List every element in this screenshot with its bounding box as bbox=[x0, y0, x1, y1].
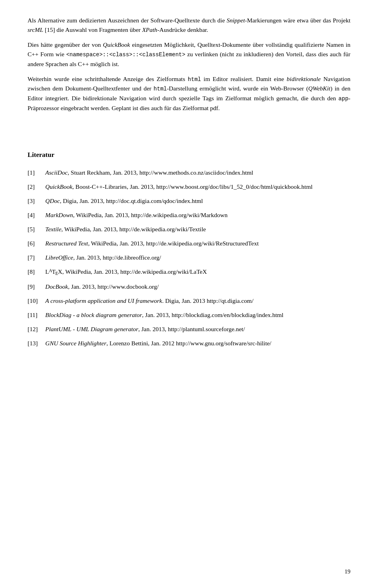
references-list: [1] AsciiDoc, Stuart Reckham, Jan. 2013,… bbox=[28, 168, 350, 348]
reference-item-3: [3] QDoc, Digia, Jan. 2013, http://doc.q… bbox=[28, 196, 350, 206]
ref-number-3: [3] bbox=[28, 196, 45, 206]
italic-srcml: srcML bbox=[28, 26, 43, 33]
italic-bidirektionale: bidirektionale bbox=[287, 76, 321, 82]
reference-item-2: [2] QuickBook, Boost-C++-Libraries, Jan.… bbox=[28, 182, 350, 192]
reference-item-13: [13] GNU Source Highlighter, Lorenzo Bet… bbox=[28, 339, 350, 348]
ref-content-7: LibreOffice, Jan. 2013, http://de.libreo… bbox=[45, 253, 350, 262]
ref-1-title: AsciiDoc bbox=[45, 169, 68, 176]
paragraph-3: Weiterhin wurde eine schritthaltende Anz… bbox=[28, 74, 350, 113]
italic-xpath: XPath bbox=[142, 26, 158, 33]
ref-content-10: A cross-platform application and UI fram… bbox=[45, 296, 350, 306]
reference-item-12: [12] PlantUML - UML Diagram generator, J… bbox=[28, 324, 350, 334]
reference-item-6: [6] Restructured Text, WikiPedia, Jan. 2… bbox=[28, 239, 350, 248]
ref-number-6: [6] bbox=[28, 239, 45, 248]
ref-content-3: QDoc, Digia, Jan. 2013, http://doc.qt.di… bbox=[45, 196, 350, 206]
ref-number-2: [2] bbox=[28, 182, 45, 192]
reference-item-1: [1] AsciiDoc, Stuart Reckham, Jan. 2013,… bbox=[28, 168, 350, 177]
ref-content-9: DocBook, Jan. 2013, http://www.docbook.o… bbox=[45, 282, 350, 291]
section-title-text: Literatur bbox=[28, 151, 54, 159]
section-literatur: Literatur bbox=[28, 150, 350, 160]
page-number: 19 bbox=[345, 567, 350, 576]
reference-item-4: [4] MarkDown, WikiPedia, Jan. 2013, http… bbox=[28, 210, 350, 220]
ref-3-title: QDoc bbox=[45, 197, 60, 204]
latex-a: A bbox=[49, 268, 52, 273]
spacer bbox=[28, 118, 350, 130]
ref-13-title: GNU Source Highlighter bbox=[45, 340, 106, 347]
ref-number-5: [5] bbox=[28, 225, 45, 234]
ref-4-title: MarkDown bbox=[45, 212, 73, 218]
ref-7-title: LibreOffice bbox=[45, 254, 73, 261]
ref-number-12: [12] bbox=[28, 324, 45, 334]
ref-12-title: PlantUML - UML Diagram generator bbox=[45, 326, 138, 332]
reference-item-8: [8] LATEX, WikiPedia, Jan. 2013, http://… bbox=[28, 267, 350, 277]
ref-content-13: GNU Source Highlighter, Lorenzo Bettini,… bbox=[45, 339, 350, 348]
ref-number-8: [8] bbox=[28, 267, 45, 276]
reference-item-9: [9] DocBook, Jan. 2013, http://www.docbo… bbox=[28, 282, 350, 291]
code-app: app bbox=[339, 96, 348, 102]
italic-quickbook: QuickBook bbox=[103, 41, 130, 48]
ref-9-title: DocBook bbox=[45, 283, 68, 290]
ref-number-13: [13] bbox=[28, 339, 45, 348]
ref-content-12: PlantUML - UML Diagram generator, Jan. 2… bbox=[45, 324, 350, 334]
code-namespace: <namespace>::<class>::<classElement> bbox=[66, 52, 185, 58]
ref-content-8: LATEX, WikiPedia, Jan. 2013, http://de.w… bbox=[45, 267, 350, 277]
italic-snippet: Snip­pet bbox=[227, 17, 245, 24]
ref-11-title: BlockDiag - a block diagram generator bbox=[45, 312, 142, 318]
ref-content-5: Textile, WikiPedia, Jan. 2013, http://de… bbox=[45, 225, 350, 234]
ref-2-title: QuickBook bbox=[45, 183, 72, 190]
ref-number-11: [11] bbox=[28, 310, 45, 320]
ref-content-2: QuickBook, Boost-C++-Libraries, Jan. 201… bbox=[45, 182, 350, 192]
ref-10-title: A cross-platform application and UI fram… bbox=[45, 297, 162, 304]
code-html-1: html bbox=[188, 76, 201, 83]
code-html-2: html bbox=[154, 86, 167, 92]
ref-content-11: BlockDiag - a block diagram generator, J… bbox=[45, 310, 350, 320]
ref-content-6: Restructured Text, WikiPedia, Jan. 2013,… bbox=[45, 239, 350, 248]
ref-5-title: Textile bbox=[45, 226, 61, 232]
ref-6-title: Restructured Text bbox=[45, 240, 88, 247]
paragraph-2: Dies hätte gegenüber der von QuickBook e… bbox=[28, 40, 350, 69]
reference-item-10: [10] A cross-platform application and UI… bbox=[28, 296, 350, 306]
italic-qwebkit: QWebKit bbox=[308, 85, 330, 92]
reference-item-5: [5] Textile, WikiPedia, Jan. 2013, http:… bbox=[28, 225, 350, 234]
ref-number-4: [4] bbox=[28, 210, 45, 220]
page: Als Alternative zum dedizierten Auszeich… bbox=[0, 0, 378, 588]
ref-number-7: [7] bbox=[28, 253, 45, 262]
reference-item-11: [11] BlockDiag - a block diagram generat… bbox=[28, 310, 350, 320]
ref-number-10: [10] bbox=[28, 296, 45, 306]
ref-content-4: MarkDown, WikiPedia, Jan. 2013, http://d… bbox=[45, 210, 350, 220]
ref-number-9: [9] bbox=[28, 282, 45, 291]
ref-number-1: [1] bbox=[28, 168, 45, 177]
ref-content-1: AsciiDoc, Stuart Reckham, Jan. 2013, htt… bbox=[45, 168, 350, 177]
paragraph-1: Als Alternative zum dedizierten Auszeich… bbox=[28, 16, 350, 35]
reference-item-7: [7] LibreOffice, Jan. 2013, http://de.li… bbox=[28, 253, 350, 262]
latex-e: E bbox=[56, 271, 58, 276]
